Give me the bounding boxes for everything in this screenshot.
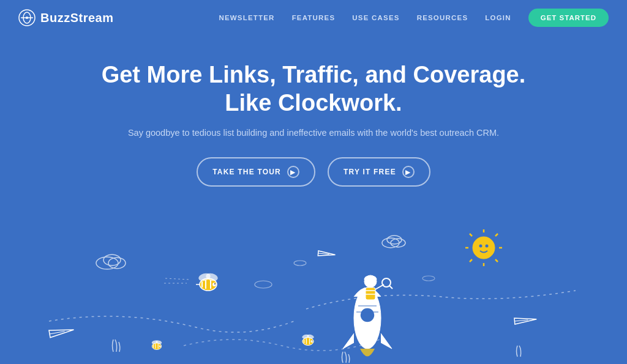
illustration-svg — [0, 199, 627, 364]
site-header: BuzzStream NEWSLETTER FEATURES USE CASES… — [0, 0, 627, 35]
svg-point-3 — [26, 17, 28, 19]
main-nav: NEWSLETTER FEATURES USE CASES RESOURCES … — [219, 9, 609, 27]
svg-point-16 — [212, 283, 216, 286]
svg-line-53 — [495, 259, 498, 262]
tour-arrow-icon: ▶ — [287, 166, 299, 178]
take-tour-button[interactable]: TAKE THE TOUR ▶ — [197, 157, 315, 187]
svg-point-26 — [312, 341, 313, 341]
svg-point-36 — [360, 308, 375, 322]
logo[interactable]: BuzzStream — [18, 9, 113, 26]
nav-features[interactable]: FEATURES — [292, 14, 336, 21]
svg-point-64 — [255, 281, 272, 288]
svg-point-57 — [486, 245, 489, 248]
svg-line-7 — [514, 320, 528, 321]
svg-point-33 — [159, 345, 161, 347]
svg-point-44 — [382, 278, 391, 287]
svg-point-60 — [103, 254, 121, 266]
try-free-button[interactable]: TRY IT FREE ▶ — [328, 157, 430, 187]
buzzstream-logo-icon — [18, 9, 36, 26]
hero-section: Get More Links, Traffic, and Coverage. L… — [0, 35, 627, 187]
svg-rect-40 — [366, 288, 375, 300]
svg-point-25 — [311, 340, 314, 343]
get-started-button[interactable]: GET STARTED — [528, 9, 609, 27]
hero-title: Get More Links, Traffic, and Coverage. L… — [0, 61, 627, 117]
svg-point-56 — [479, 245, 482, 248]
svg-point-63 — [387, 236, 402, 244]
nav-login[interactable]: LOGIN — [485, 14, 511, 21]
svg-point-34 — [160, 346, 161, 346]
hero-buttons: TAKE THE TOUR ▶ TRY IT FREE ▶ — [0, 157, 627, 187]
svg-point-59 — [108, 258, 126, 269]
logo-text: BuzzStream — [40, 11, 113, 25]
svg-line-55 — [470, 259, 472, 262]
svg-point-65 — [294, 261, 306, 266]
nav-use-cases[interactable]: USE CASES — [352, 14, 399, 21]
hero-subtitle: Say goodbye to tedious list building and… — [0, 128, 627, 138]
hero-illustration — [0, 199, 627, 364]
svg-point-66 — [422, 276, 435, 281]
svg-line-54 — [495, 234, 498, 236]
svg-line-67 — [165, 278, 190, 280]
svg-point-58 — [96, 257, 118, 269]
svg-line-45 — [389, 286, 392, 289]
nav-resources[interactable]: RESOURCES — [417, 14, 468, 21]
nav-newsletter[interactable]: NEWSLETTER — [219, 14, 274, 21]
free-arrow-icon: ▶ — [402, 166, 415, 178]
svg-line-52 — [470, 234, 472, 236]
svg-point-17 — [214, 283, 216, 284]
